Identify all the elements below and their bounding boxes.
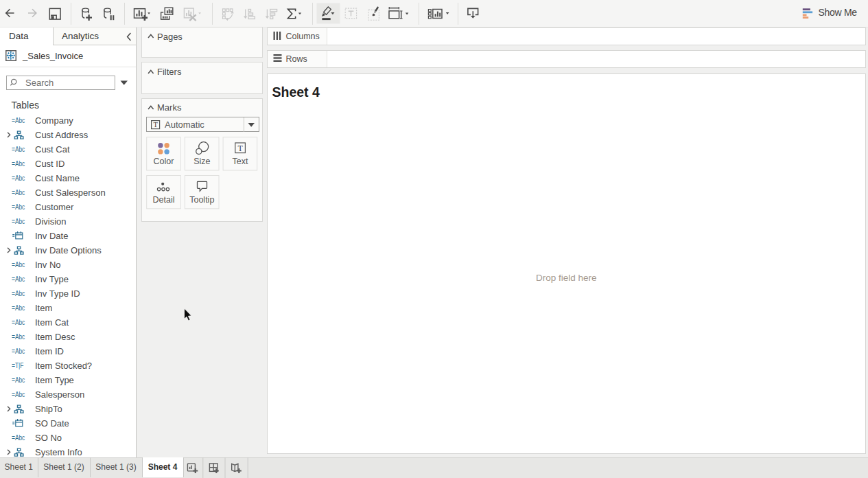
svg-text:=T|F: =T|F <box>12 361 24 369</box>
svg-text:=Abc: =Abc <box>12 203 25 211</box>
svg-text:Inv Date Options: Inv Date Options <box>35 245 102 255</box>
svg-text:=Abc: =Abc <box>12 332 25 341</box>
svg-text:=Abc: =Abc <box>12 260 25 269</box>
svg-text:Inv Date: Inv Date <box>35 231 68 241</box>
svg-text:Item Desc: Item Desc <box>35 332 75 342</box>
svg-text:SO Date: SO Date <box>35 418 69 429</box>
svg-text:Color: Color <box>154 157 174 166</box>
svg-text:T: T <box>238 144 244 153</box>
svg-text:Item ID: Item ID <box>35 346 64 356</box>
svg-text:Inv Type: Inv Type <box>35 274 69 284</box>
svg-text:Inv Type ID: Inv Type ID <box>35 288 80 299</box>
svg-text:=Abc: =Abc <box>12 289 25 297</box>
svg-text:Cust ID: Cust ID <box>35 159 64 169</box>
svg-text:Inv No: Inv No <box>35 260 61 270</box>
svg-text:Cust Address: Cust Address <box>35 130 89 140</box>
svg-text:T: T <box>153 121 158 128</box>
svg-text:=Abc: =Abc <box>12 217 25 225</box>
svg-text:=Abc: =Abc <box>12 304 25 312</box>
svg-text:Cust Cat: Cust Cat <box>35 144 70 155</box>
svg-text:Item Stocked?: Item Stocked? <box>35 361 92 371</box>
svg-text:Salesperson: Salesperson <box>35 389 84 400</box>
svg-text:Detail: Detail <box>153 195 175 205</box>
svg-text:=Abc: =Abc <box>12 347 25 355</box>
svg-text:Size: Size <box>193 157 210 166</box>
svg-text:=Abc: =Abc <box>12 433 25 442</box>
svg-text:=Abc: =Abc <box>12 188 25 196</box>
svg-text:Item Cat: Item Cat <box>35 317 69 328</box>
svg-text:=Abc: =Abc <box>12 159 25 168</box>
svg-text:=Abc: =Abc <box>12 145 25 153</box>
svg-text:Item: Item <box>35 303 52 313</box>
svg-text:=Abc: =Abc <box>12 376 25 384</box>
svg-text:=Abc: =Abc <box>12 116 25 124</box>
svg-text:=Abc: =Abc <box>12 174 25 182</box>
svg-text:Company: Company <box>35 115 73 126</box>
svg-text:Item Type: Item Type <box>35 375 74 385</box>
svg-text:Customer: Customer <box>35 202 74 212</box>
svg-text:=Abc: =Abc <box>12 275 25 283</box>
svg-text:Text: Text <box>233 157 248 166</box>
svg-text:Division: Division <box>35 216 67 227</box>
svg-text:Tooltip: Tooltip <box>189 195 214 205</box>
svg-text:Cust Salesperson: Cust Salesperson <box>35 187 106 198</box>
svg-text:=Abc: =Abc <box>12 390 25 398</box>
svg-text:Cust Name: Cust Name <box>35 173 80 183</box>
svg-text:=Abc: =Abc <box>12 318 25 326</box>
svg-text:ShipTo: ShipTo <box>35 404 62 414</box>
svg-text:SO No: SO No <box>35 433 62 443</box>
svg-text:System Info: System Info <box>35 447 82 457</box>
